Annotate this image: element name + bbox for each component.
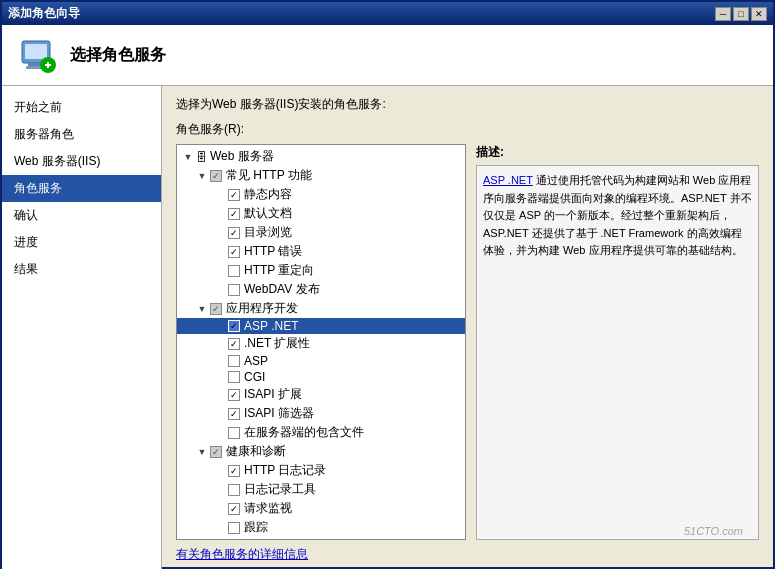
tree-item-trace: ▶ 跟踪 bbox=[177, 518, 465, 537]
description-title: 描述: bbox=[476, 144, 759, 161]
cb-isapi-filter[interactable] bbox=[228, 408, 240, 420]
cb-isapi-ext[interactable] bbox=[228, 389, 240, 401]
tree-item-isapi-ext: ▶ ISAPI 扩展 bbox=[177, 385, 465, 404]
footer-link-area: 有关角色服务的详细信息 bbox=[176, 546, 759, 563]
tree-item-net-ext: ▶ .NET 扩展性 bbox=[177, 334, 465, 353]
title-bar-controls: ─ □ ✕ bbox=[715, 7, 767, 21]
instruction-label: 选择为Web 服务器(IIS)安装的角色服务: bbox=[176, 96, 759, 113]
cb-cgi[interactable] bbox=[228, 371, 240, 383]
cb-aspnet[interactable] bbox=[228, 320, 240, 332]
cb-static[interactable] bbox=[228, 189, 240, 201]
cb-health[interactable] bbox=[210, 446, 222, 458]
tree-label-app-dev: 应用程序开发 bbox=[226, 300, 298, 317]
description-body: 通过使用托管代码为构建网站和 Web 应用程序向服务器端提供面向对象的编程环境。… bbox=[483, 174, 752, 256]
tree-label-req-monitor: 请求监视 bbox=[244, 500, 292, 517]
tree-label-default-doc: 默认文档 bbox=[244, 205, 292, 222]
main-window: 添加角色向导 ─ □ ✕ bbox=[0, 0, 775, 569]
cb-webdav[interactable] bbox=[228, 284, 240, 296]
tree-label-aspnet: ASP .NET bbox=[244, 319, 298, 333]
tree-item-webdav: ▶ WebDAV 发布 bbox=[177, 280, 465, 299]
nav-item-results[interactable]: 结果 bbox=[2, 256, 161, 283]
expander-appdev[interactable]: ▼ bbox=[195, 302, 209, 316]
tree-item-default-doc: ▶ 默认文档 bbox=[177, 204, 465, 223]
title-bar: 添加角色向导 ─ □ ✕ bbox=[2, 2, 773, 25]
cb-log-tools[interactable] bbox=[228, 484, 240, 496]
cb-trace[interactable] bbox=[228, 522, 240, 534]
nav-item-webserver[interactable]: Web 服务器(IIS) bbox=[2, 148, 161, 175]
nav-item-confirm[interactable]: 确认 bbox=[2, 202, 161, 229]
tree-item-req-monitor: ▶ 请求监视 bbox=[177, 499, 465, 518]
tree-item-cgi: ▶ CGI bbox=[177, 369, 465, 385]
tree-label-http-features: 常见 HTTP 功能 bbox=[226, 167, 312, 184]
tree-item-dir-browse: ▶ 目录浏览 bbox=[177, 223, 465, 242]
description-link[interactable]: ASP .NET bbox=[483, 174, 533, 186]
tree-label-webserver: Web 服务器 bbox=[210, 148, 274, 165]
wizard-icon bbox=[18, 35, 58, 75]
cb-default-doc[interactable] bbox=[228, 208, 240, 220]
tree-item-webserver: ▼ 🗄 Web 服务器 bbox=[177, 147, 465, 166]
tree-label-webdav: WebDAV 发布 bbox=[244, 281, 320, 298]
tree-item-asp: ▶ ASP bbox=[177, 353, 465, 369]
nav-item-roles[interactable]: 服务器角色 bbox=[2, 121, 161, 148]
tree-item-static: ▶ 静态内容 bbox=[177, 185, 465, 204]
right-content: 选择为Web 服务器(IIS)安装的角色服务: 角色服务(R): ▼ 🗄 Web… bbox=[162, 86, 773, 569]
tree-label-http-errors: HTTP 错误 bbox=[244, 243, 302, 260]
minimize-button[interactable]: ─ bbox=[715, 7, 731, 21]
left-nav: 开始之前 服务器角色 Web 服务器(IIS) 角色服务 确认 进度 结果 bbox=[2, 86, 162, 569]
tree-item-ssi: ▶ 在服务器端的包含文件 bbox=[177, 423, 465, 442]
tree-item-app-dev: ▼ 应用程序开发 bbox=[177, 299, 465, 318]
cb-asp[interactable] bbox=[228, 355, 240, 367]
nav-item-start[interactable]: 开始之前 bbox=[2, 94, 161, 121]
content-area: 选择角色服务 开始之前 服务器角色 Web 服务器(IIS) 角色服务 确认 进… bbox=[2, 25, 773, 569]
expander-webserver[interactable]: ▼ bbox=[181, 150, 195, 164]
svg-rect-6 bbox=[47, 62, 49, 68]
tree-label-trace: 跟踪 bbox=[244, 519, 268, 536]
cb-dir-browse[interactable] bbox=[228, 227, 240, 239]
tree-label-health: 健康和诊断 bbox=[226, 443, 286, 460]
watermark: 51CTO.com bbox=[684, 525, 743, 537]
tree-label-isapi-ext: ISAPI 扩展 bbox=[244, 386, 302, 403]
tree-panel[interactable]: ▼ 🗄 Web 服务器 ▼ 常见 HTTP 功能 bbox=[176, 144, 466, 540]
tree-label-http-redirect: HTTP 重定向 bbox=[244, 262, 314, 279]
cb-net-ext[interactable] bbox=[228, 338, 240, 350]
description-panel: 描述: ASP .NET 通过使用托管代码为构建网站和 Web 应用程序向服务器… bbox=[476, 144, 759, 540]
wizard-body: 开始之前 服务器角色 Web 服务器(IIS) 角色服务 确认 进度 结果 选择… bbox=[2, 86, 773, 569]
cb-req-monitor[interactable] bbox=[228, 503, 240, 515]
nav-item-role-services[interactable]: 角色服务 bbox=[2, 175, 161, 202]
description-text-area: ASP .NET 通过使用托管代码为构建网站和 Web 应用程序向服务器端提供面… bbox=[476, 165, 759, 540]
nav-item-progress[interactable]: 进度 bbox=[2, 229, 161, 256]
tree-item-http-errors: ▶ HTTP 错误 bbox=[177, 242, 465, 261]
tree-item-isapi-filter: ▶ ISAPI 筛选器 bbox=[177, 404, 465, 423]
tree-label-dir-browse: 目录浏览 bbox=[244, 224, 292, 241]
wizard-header: 选择角色服务 bbox=[2, 25, 773, 86]
panels-area: ▼ 🗄 Web 服务器 ▼ 常见 HTTP 功能 bbox=[176, 144, 759, 540]
detail-info-link[interactable]: 有关角色服务的详细信息 bbox=[176, 547, 308, 561]
tree-item-health: ▼ 健康和诊断 bbox=[177, 442, 465, 461]
cb-app-dev[interactable] bbox=[210, 303, 222, 315]
maximize-button[interactable]: □ bbox=[733, 7, 749, 21]
tree-label-http-log: HTTP 日志记录 bbox=[244, 462, 326, 479]
cb-http-features[interactable] bbox=[210, 170, 222, 182]
wizard-title: 选择角色服务 bbox=[70, 45, 166, 66]
tree-label-log-tools: 日志记录工具 bbox=[244, 481, 316, 498]
expander-http[interactable]: ▼ bbox=[195, 169, 209, 183]
tree-item-http-redirect: ▶ HTTP 重定向 bbox=[177, 261, 465, 280]
cb-http-errors[interactable] bbox=[228, 246, 240, 258]
tree-item-aspnet[interactable]: ▶ ASP .NET bbox=[177, 318, 465, 334]
cb-ssi[interactable] bbox=[228, 427, 240, 439]
tree-item-http-log: ▶ HTTP 日志记录 bbox=[177, 461, 465, 480]
role-services-label: 角色服务(R): bbox=[176, 121, 759, 138]
close-button[interactable]: ✕ bbox=[751, 7, 767, 21]
svg-rect-1 bbox=[25, 44, 47, 59]
cb-http-log[interactable] bbox=[228, 465, 240, 477]
tree-label-cgi: CGI bbox=[244, 370, 265, 384]
tree-label-asp: ASP bbox=[244, 354, 268, 368]
tree-label-ssi: 在服务器端的包含文件 bbox=[244, 424, 364, 441]
cb-http-redirect[interactable] bbox=[228, 265, 240, 277]
tree-label-static: 静态内容 bbox=[244, 186, 292, 203]
tree-label-isapi-filter: ISAPI 筛选器 bbox=[244, 405, 314, 422]
folder-icon-webserver: 🗄 bbox=[196, 151, 207, 163]
title-bar-text: 添加角色向导 bbox=[8, 5, 80, 22]
expander-health[interactable]: ▼ bbox=[195, 445, 209, 459]
tree-item-log-tools: ▶ 日志记录工具 bbox=[177, 480, 465, 499]
